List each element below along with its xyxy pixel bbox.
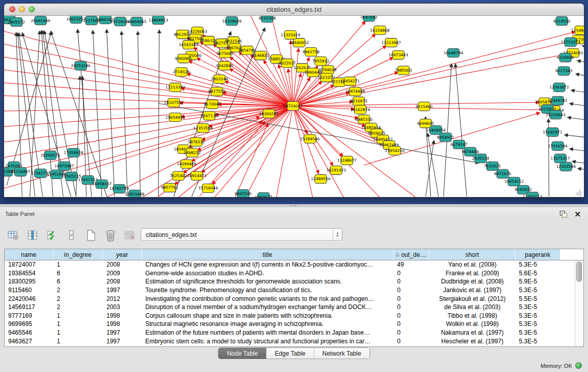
unselect-all-columns-button[interactable] [64, 229, 79, 242]
graph-node[interactable]: 9129946 [557, 53, 574, 62]
table-cell[interactable]: 5.3E-5 [515, 287, 560, 294]
graph-node[interactable]: 9224550 [553, 17, 571, 26]
graph-node[interactable]: 8216973 [350, 97, 367, 105]
table-cell[interactable]: 1997 [103, 287, 142, 294]
table-cell[interactable]: 2 [53, 295, 103, 302]
graph-node[interactable]: 9227343 [555, 67, 573, 75]
graph-node[interactable]: 12213987 [381, 38, 401, 47]
graph-node[interactable]: 2687682 [360, 16, 378, 21]
table-row[interactable]: 977716911998Corpus callosum shape and si… [5, 312, 575, 320]
table-cell[interactable]: 5.3E-5 [515, 329, 560, 336]
table-cell[interactable]: 0 [394, 303, 429, 311]
graph-node[interactable]: 9267130 [201, 112, 218, 120]
minimize-traffic-light[interactable] [19, 6, 25, 12]
table-cell[interactable]: 9115460 [5, 287, 53, 294]
graph-node[interactable]: 17016504 [548, 142, 568, 150]
table-row[interactable]: 946362711997Embryonic stem cells: a mode… [5, 337, 575, 345]
graph-node[interactable]: 15716044 [199, 184, 218, 192]
table-cell[interactable]: 0 [394, 312, 429, 319]
graph-node[interactable]: 2935114 [472, 154, 489, 163]
graph-node[interactable]: 13804953 [148, 16, 168, 25]
table-cell[interactable]: 1997 [103, 338, 142, 345]
table-row[interactable]: 911546021997Tourette syndrome. Phenomeno… [5, 286, 575, 295]
table-row[interactable]: 1456911722003Disruption of a novel membe… [5, 303, 575, 312]
table-cell[interactable]: 2 [53, 303, 103, 311]
tab-edge-table[interactable]: Edge Table [267, 348, 314, 359]
graph-node[interactable]: 16329609 [222, 17, 242, 26]
table-cell[interactable]: Genome-wide association studies in ADHD. [142, 270, 394, 277]
table-cell[interactable]: 18724007 [5, 261, 53, 268]
table-cell[interactable]: Estimation of the future numbers of pati… [142, 329, 394, 336]
show-columns-button[interactable] [26, 229, 40, 242]
graph-node[interactable]: 11548408 [571, 26, 584, 35]
column-header-name[interactable]: name [5, 249, 53, 260]
graph-node[interactable]: 9115460 [416, 102, 433, 111]
table-cell[interactable]: 2012 [103, 295, 142, 302]
graph-node[interactable]: 12093872 [550, 83, 569, 92]
graph-node[interactable]: 11675317 [551, 154, 570, 163]
graph-node[interactable]: 10654938 [165, 113, 185, 122]
graph-node[interactable]: 16154808 [370, 26, 389, 35]
graph-node[interactable]: 8131304 [259, 16, 276, 23]
table-cell[interactable]: Jankovic et al. (1997) [429, 287, 515, 294]
table-cell[interactable]: 1998 [103, 312, 142, 319]
graph-node[interactable]: 15692971 [543, 128, 562, 137]
graph-node[interactable]: 5878332 [188, 138, 205, 146]
table-cell[interactable]: 14569117 [5, 303, 53, 311]
table-cell[interactable]: 9699695 [5, 320, 53, 327]
table-cell[interactable]: 1 [53, 312, 103, 319]
graph-node[interactable]: 7625402 [170, 171, 187, 180]
table-cell[interactable]: 2008 [103, 261, 142, 268]
network-graph[interactable]: 1872400718300295891295414226063982750816… [4, 16, 584, 197]
table-cell[interactable]: 0 [394, 320, 429, 327]
column-header-year[interactable]: year [103, 249, 142, 260]
table-cell[interactable]: 5.3E-5 [515, 303, 560, 311]
graph-node[interactable]: 20206576 [40, 151, 60, 160]
graph-node[interactable]: 2405572 [8, 18, 25, 27]
table-cell[interactable]: Tourette syndrome. Phenomenology and cla… [142, 287, 394, 294]
table-row[interactable]: 969969511998Structural magnetic resonanc… [5, 320, 575, 329]
table-cell[interactable]: Hescheler et al. (1997) [429, 338, 515, 345]
graph-node[interactable]: 9857791 [161, 183, 179, 192]
table-cell[interactable]: 2003 [103, 303, 142, 311]
graph-node[interactable]: 12923448 [125, 190, 144, 197]
table-cell[interactable]: 49 [394, 261, 429, 268]
graph-node[interactable]: 19404065 [127, 17, 146, 26]
graph-node[interactable]: 9390961 [175, 54, 192, 63]
table-cell[interactable]: Nakamura et al. (1997) [429, 329, 515, 336]
column-header-in_degree[interactable]: in_degree [53, 249, 103, 260]
resize-grip-icon[interactable] [576, 190, 582, 196]
table-cell[interactable]: 0 [394, 287, 429, 294]
memory-ok-indicator[interactable] [575, 362, 582, 369]
table-cell[interactable]: 19384554 [5, 270, 53, 277]
graph-node[interactable]: 2803144 [211, 75, 228, 83]
create-column-button[interactable] [84, 229, 98, 242]
table-cell[interactable]: 6 [53, 270, 103, 277]
graph-node[interactable]: 10474448 [345, 87, 365, 96]
table-cell[interactable]: 5.6E-5 [515, 270, 560, 277]
graph-node[interactable]: 9675685 [216, 49, 234, 58]
network-window-titlebar[interactable]: citations_edges.txt [4, 4, 584, 16]
close-traffic-light[interactable] [9, 6, 15, 12]
table-cell[interactable]: 9465546 [5, 329, 53, 336]
graph-node[interactable]: 12489556 [311, 174, 331, 183]
table-cell[interactable]: 9463627 [5, 338, 53, 345]
table-cell[interactable]: Investigating the contribution of common… [142, 295, 394, 302]
column-header-short[interactable]: short [429, 249, 515, 260]
table-cell[interactable]: Franke et al. (2009) [429, 270, 515, 277]
table-cell[interactable]: Disruption of a novel member of a sodium… [142, 303, 394, 311]
graph-node[interactable]: 7955812 [312, 57, 330, 65]
table-cell[interactable]: 5.3E-5 [515, 320, 560, 327]
delete-columns-button[interactable] [103, 229, 118, 242]
table-row[interactable]: 1830029562008Estimation of significance … [5, 277, 575, 286]
table-mode-button[interactable] [6, 229, 20, 242]
table-cell[interactable]: Dudbridge et al. (2008) [429, 278, 515, 285]
table-cell[interactable]: Embryonic stem cells: a model to study s… [142, 338, 394, 345]
float-panel-icon[interactable] [560, 211, 567, 217]
table-cell[interactable]: 9777169 [5, 312, 53, 319]
table-cell[interactable]: 1997 [103, 329, 142, 336]
table-cell[interactable]: 0 [394, 329, 429, 336]
table-cell[interactable]: 5.9E-5 [515, 278, 560, 285]
graph-node[interactable]: 8958921 [437, 133, 454, 142]
graph-node[interactable]: 9170047 [204, 100, 221, 108]
